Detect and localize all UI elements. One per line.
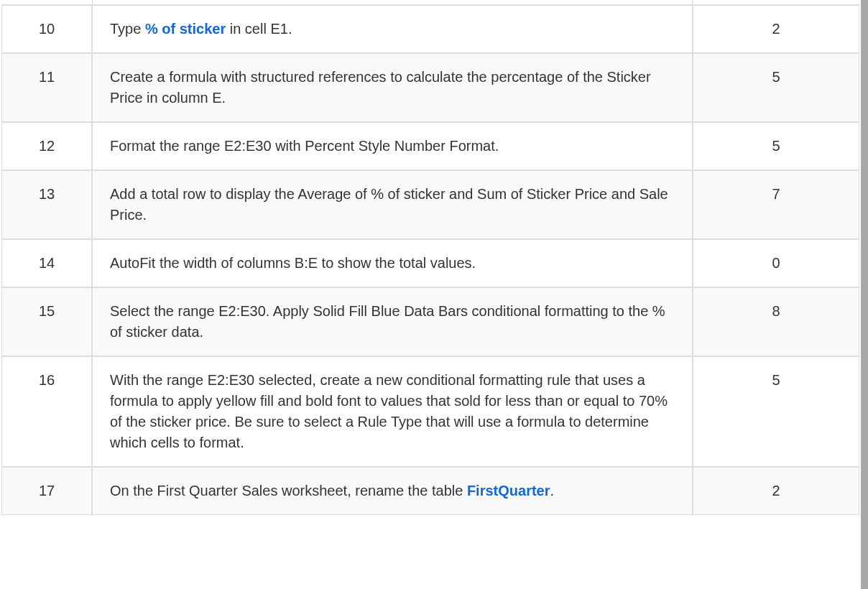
- step-points: 5: [693, 356, 859, 467]
- step-points: 7: [693, 170, 859, 239]
- table-row: 14AutoFit the width of columns B:E to sh…: [1, 239, 859, 287]
- table-row: 12Format the range E2:E30 with Percent S…: [1, 122, 859, 170]
- step-description: With the range E2:E30 selected, create a…: [92, 356, 693, 467]
- step-description: Format the range E2:E30 with Percent Sty…: [92, 122, 693, 170]
- step-number: 14: [1, 239, 92, 287]
- step-description: Add a total row to display the Average o…: [92, 170, 693, 239]
- description-text: Add a total row to display the Average o…: [110, 186, 668, 223]
- step-points: 5: [693, 122, 859, 170]
- step-description: Type % of sticker in cell E1.: [92, 5, 693, 53]
- step-number: 13: [1, 170, 92, 239]
- table-row: 17On the First Quarter Sales worksheet, …: [1, 467, 859, 515]
- step-description: Select the range E2:E30. Apply Solid Fil…: [92, 287, 693, 356]
- step-points: 5: [693, 53, 859, 122]
- step-description: AutoFit the width of columns B:E to show…: [92, 239, 693, 287]
- step-number: 10: [1, 5, 92, 53]
- step-number: 17: [1, 467, 92, 515]
- description-text: in cell E1.: [226, 21, 292, 37]
- step-description: Create a formula with structured referen…: [92, 53, 693, 122]
- description-text: Select the range E2:E30. Apply Solid Fil…: [110, 303, 665, 340]
- table-row: 16With the range E2:E30 selected, create…: [1, 356, 859, 467]
- step-number: 11: [1, 53, 92, 122]
- step-points: 2: [693, 467, 859, 515]
- step-points: 2: [693, 5, 859, 53]
- step-description: On the First Quarter Sales worksheet, re…: [92, 467, 693, 515]
- step-number: 15: [1, 287, 92, 356]
- highlighted-term: FirstQuarter: [467, 483, 550, 498]
- instruction-table-body: 10Type % of sticker in cell E1.211Create…: [1, 5, 859, 515]
- description-text: AutoFit the width of columns B:E to show…: [110, 255, 476, 271]
- table-row: 10Type % of sticker in cell E1.2: [1, 5, 859, 53]
- page-viewport: 10Type % of sticker in cell E1.211Create…: [0, 0, 868, 589]
- step-points: 8: [693, 287, 859, 356]
- table-row: 11Create a formula with structured refer…: [1, 53, 859, 122]
- description-text: .: [550, 483, 555, 498]
- step-points: 0: [693, 239, 859, 287]
- step-number: 16: [1, 356, 92, 467]
- description-text: With the range E2:E30 selected, create a…: [110, 372, 668, 450]
- description-text: On the First Quarter Sales worksheet, re…: [110, 483, 467, 498]
- description-text: Format the range E2:E30 with Percent Sty…: [110, 138, 499, 154]
- instruction-table: 10Type % of sticker in cell E1.211Create…: [1, 5, 859, 515]
- step-number: 12: [1, 122, 92, 170]
- table-row: 13Add a total row to display the Average…: [1, 170, 859, 239]
- highlighted-term: % of sticker: [145, 21, 226, 37]
- description-text: Type: [110, 21, 145, 37]
- table-row: 15Select the range E2:E30. Apply Solid F…: [1, 287, 859, 356]
- partial-row-above: [1, 0, 859, 5]
- description-text: Create a formula with structured referen…: [110, 69, 651, 106]
